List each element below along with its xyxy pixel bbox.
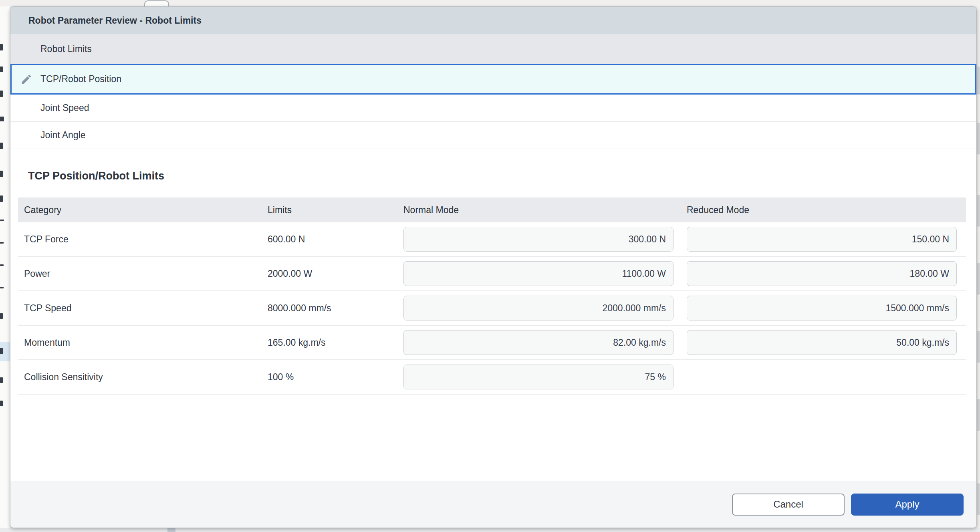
nav-item-joint-speed[interactable]: Joint Speed <box>10 95 976 122</box>
col-header-reduced-mode: Reduced Mode <box>687 205 966 216</box>
nav-group-label: Robot Limits <box>40 44 92 54</box>
nav-item-label: TCP/Robot Position <box>40 74 121 85</box>
row-category: Momentum <box>18 337 262 348</box>
col-header-limits: Limits <box>262 205 403 216</box>
background-app-tab-fragment <box>144 0 169 6</box>
table-row-power: Power 2000.00 W <box>18 257 966 291</box>
row-limit: 600.00 N <box>262 234 403 245</box>
nav-item-tcp-robot-position[interactable]: TCP/Robot Position <box>10 64 976 95</box>
background-text-fragment <box>0 348 3 354</box>
limits-table: Category Limits Normal Mode Reduced Mode… <box>18 197 966 395</box>
background-text-fragment <box>0 220 4 221</box>
background-text-fragment <box>0 242 4 244</box>
row-category: TCP Force <box>18 234 262 245</box>
background-scrollbar-fragment <box>977 483 980 515</box>
edit-pencil-icon <box>20 73 32 85</box>
background-app-left-strip <box>0 6 10 528</box>
background-app-bottom-fragment <box>167 528 175 532</box>
normal-mode-input[interactable] <box>403 261 673 286</box>
table-header-row: Category Limits Normal Mode Reduced Mode <box>18 197 966 222</box>
reduced-mode-input[interactable] <box>687 330 957 355</box>
background-app-right-strip <box>977 6 980 528</box>
background-text-fragment <box>0 377 3 383</box>
dialog-content: TCP Position/Robot Limits Category Limit… <box>10 170 976 395</box>
background-text-fragment <box>0 195 3 202</box>
nav-item-label: Joint Speed <box>40 103 89 113</box>
background-text-fragment <box>0 44 3 50</box>
normal-mode-input[interactable] <box>403 296 673 320</box>
reduced-mode-input[interactable] <box>687 261 957 286</box>
table-row-tcp-force: TCP Force 600.00 N <box>18 222 966 257</box>
table-row-tcp-speed: TCP Speed 8000.000 mm/s <box>18 291 966 326</box>
nav-item-joint-angle[interactable]: Joint Angle <box>10 122 976 149</box>
background-scrollbar-fragment <box>977 331 980 363</box>
background-text-fragment <box>0 143 3 149</box>
normal-mode-input[interactable] <box>403 365 673 389</box>
background-scrollbar-fragment <box>977 123 980 155</box>
background-scrollbar-fragment <box>977 263 980 295</box>
table-row-collision-sensitivity: Collision Sensitivity 100 % <box>18 360 966 395</box>
background-text-fragment <box>0 401 3 406</box>
row-limit: 2000.00 W <box>262 268 403 279</box>
robot-parameter-review-dialog: Robot Parameter Review - Robot Limits Ro… <box>10 6 977 528</box>
nav-group-robot-limits[interactable]: Robot Limits <box>10 34 976 64</box>
row-category: Collision Sensitivity <box>18 372 262 383</box>
row-category: Power <box>18 268 262 279</box>
apply-button[interactable]: Apply <box>851 494 964 516</box>
background-text-fragment <box>0 287 4 288</box>
background-scrollbar-fragment <box>977 195 980 227</box>
reduced-mode-input[interactable] <box>687 296 957 320</box>
normal-mode-input[interactable] <box>403 227 673 252</box>
background-text-fragment <box>0 66 3 72</box>
cancel-button[interactable]: Cancel <box>732 494 845 516</box>
normal-mode-input[interactable] <box>403 330 673 355</box>
row-limit: 8000.000 mm/s <box>262 303 403 314</box>
row-limit: 165.00 kg.m/s <box>262 337 403 348</box>
background-text-fragment <box>0 171 3 177</box>
nav-item-label: Joint Angle <box>40 130 86 141</box>
col-header-normal-mode: Normal Mode <box>403 205 687 216</box>
reduced-mode-input[interactable] <box>687 227 957 252</box>
background-text-fragment <box>0 264 4 266</box>
table-row-momentum: Momentum 165.00 kg.m/s <box>18 326 966 360</box>
background-scrollbar-fragment <box>977 66 980 95</box>
col-header-category: Category <box>18 205 262 216</box>
dialog-footer: Cancel Apply <box>10 481 976 528</box>
dialog-title-bar: Robot Parameter Review - Robot Limits <box>10 7 976 34</box>
background-text-fragment <box>0 313 3 319</box>
dialog-title: Robot Parameter Review - Robot Limits <box>28 15 202 26</box>
background-text-fragment <box>0 91 3 97</box>
background-text-fragment <box>0 117 4 121</box>
row-category: TCP Speed <box>18 303 262 314</box>
section-title: TCP Position/Robot Limits <box>28 170 965 182</box>
background-scrollbar-fragment <box>977 399 980 431</box>
row-limit: 100 % <box>262 372 403 383</box>
